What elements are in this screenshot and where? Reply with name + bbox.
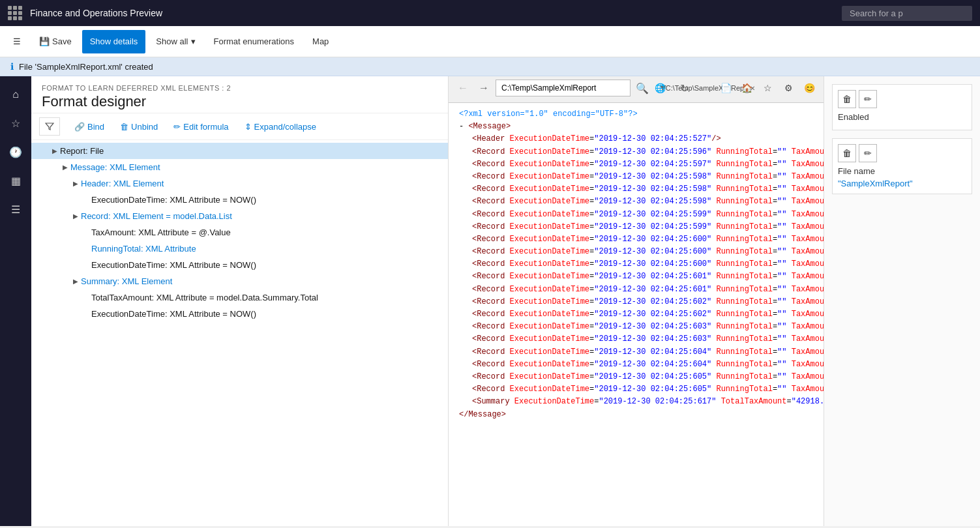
- xml-record-2: <Record ExecutionDateTime="2019-12-30 02…: [459, 158, 813, 171]
- xml-message-close: </Message>: [459, 409, 813, 421]
- xml-record-1: <Record ExecutionDateTime="2019-12-30 02…: [459, 146, 813, 158]
- tree-arrow: [81, 261, 91, 269]
- forward-button[interactable]: →: [475, 79, 493, 97]
- settings-button[interactable]: ⚙: [779, 79, 797, 97]
- tree-label: ExecutionDateTime: XML Attribute = NOW(): [91, 309, 256, 319]
- prop-actions-enabled: 🗑 ✏: [838, 90, 966, 108]
- property-filename: 🗑 ✏ File name "SampleXmlReport": [832, 138, 972, 194]
- nav-workspace-icon[interactable]: ▦: [3, 168, 29, 194]
- back-button[interactable]: ←: [454, 79, 472, 97]
- home-button[interactable]: 🏠: [737, 79, 756, 97]
- xml-panel: ← → 🔍 ▼ ↻ 🌐 C:\Temp\SampleXmlRep... ✕ 📄 …: [449, 76, 824, 526]
- bind-button[interactable]: 🔗 Bind: [70, 119, 108, 134]
- tree-item-record[interactable]: ▶ Record: XML Element = model.Data.List: [31, 208, 448, 224]
- search-icon[interactable]: 🔍: [633, 79, 651, 97]
- tree-label: TotalTaxAmount: XML Attribute = model.Da…: [91, 293, 318, 302]
- property-enabled: 🗑 ✏ Enabled: [832, 84, 972, 130]
- browser-toolbar: 🌐 C:\Temp\SampleXmlRep... ✕ 📄 🏠 ☆ ⚙ 😊: [696, 79, 818, 97]
- map-button[interactable]: Map: [304, 30, 336, 53]
- delete-enabled-button[interactable]: 🗑: [838, 90, 856, 108]
- show-all-button[interactable]: Show all ▾: [148, 30, 203, 53]
- filter-icon[interactable]: [39, 117, 60, 136]
- hamburger-icon: ☰: [13, 37, 21, 46]
- favorites-button[interactable]: ☆: [758, 79, 777, 97]
- tree-item-execdt-summary[interactable]: ExecutionDateTime: XML Attribute = NOW(): [31, 306, 448, 322]
- tree-label: Message: XML Element: [70, 162, 160, 172]
- tree-label: TaxAmount: XML Attribute = @.Value: [91, 227, 231, 237]
- xml-record-9: <Record ExecutionDateTime="2019-12-30 02…: [459, 246, 813, 258]
- xml-header: <Header ExecutionDateTime="2019-12-30 02…: [459, 133, 813, 145]
- browser-chrome: ← → 🔍 ▼ ↻ 🌐 C:\Temp\SampleXmlRep... ✕ 📄 …: [449, 76, 824, 103]
- tree-arrow: [81, 294, 91, 301]
- bind-icon: 🔗: [74, 122, 85, 132]
- chevron-down-icon: ▾: [191, 37, 196, 46]
- xml-record-5: <Record ExecutionDateTime="2019-12-30 02…: [459, 196, 813, 208]
- unbind-icon: 🗑: [120, 122, 128, 132]
- main-layout: ⌂ ☆ 🕐 ▦ ☰ FORMAT TO LEARN DEFERRED XML E…: [0, 76, 980, 526]
- tree-arrow: ▶: [70, 213, 81, 220]
- browser-tab2[interactable]: 🌐 C:\Temp\SampleXmlRep... ✕: [696, 79, 714, 97]
- xml-content: <?xml version="1.0" encoding="UTF-8"?> -…: [449, 103, 824, 526]
- tree-arrow: [81, 310, 91, 317]
- tree-item-totaltaxamount[interactable]: TotalTaxAmount: XML Attribute = model.Da…: [31, 289, 448, 306]
- xml-record-11: <Record ExecutionDateTime="2019-12-30 02…: [459, 271, 813, 283]
- xml-record-14: <Record ExecutionDateTime="2019-12-30 02…: [459, 308, 813, 321]
- tree-item-summary[interactable]: ▶ Summary: XML Element: [31, 273, 448, 289]
- edit-formula-button[interactable]: ✏ Edit formula: [170, 119, 232, 134]
- xml-record-15: <Record ExecutionDateTime="2019-12-30 02…: [459, 321, 813, 333]
- notification-bar: ℹ File 'SampleXmlReport.xml' created: [0, 57, 980, 76]
- tree-item-execdt-record[interactable]: ExecutionDateTime: XML Attribute = NOW(): [31, 257, 448, 273]
- smiley-button[interactable]: 😊: [800, 79, 818, 97]
- address-bar[interactable]: [496, 80, 631, 96]
- panel-subtitle: FORMAT TO LEARN DEFERRED XML ELEMENTS : …: [42, 84, 438, 92]
- expand-collapse-button[interactable]: ⇕ Expand/collapse: [241, 119, 320, 134]
- format-enumerations-button[interactable]: Format enumerations: [206, 30, 303, 53]
- format-tree: ▶ Report: File ▶ Message: XML Element ▶ …: [31, 140, 448, 526]
- designer-panel: FORMAT TO LEARN DEFERRED XML ELEMENTS : …: [31, 76, 449, 526]
- edit-filename-button[interactable]: ✏: [859, 144, 877, 162]
- browser-nav: ← → 🔍 ▼ ↻ 🌐 C:\Temp\SampleXmlRep... ✕ 📄 …: [454, 79, 818, 97]
- nav-list-icon[interactable]: ☰: [3, 196, 29, 222]
- xml-record-16: <Record ExecutionDateTime="2019-12-30 02…: [459, 333, 813, 345]
- tree-arrow: [81, 229, 91, 236]
- save-button[interactable]: 💾 Save: [31, 30, 80, 53]
- global-search-input[interactable]: [842, 6, 972, 21]
- show-details-button[interactable]: Show details: [82, 30, 146, 53]
- filename-label: File name: [838, 166, 966, 176]
- ie-icon: 🌐: [655, 83, 666, 93]
- xml-record-7: <Record ExecutionDateTime="2019-12-30 02…: [459, 221, 813, 233]
- filename-value: "SampleXmlReport": [838, 179, 966, 188]
- xml-record-20: <Record ExecutionDateTime="2019-12-30 02…: [459, 383, 813, 396]
- xml-record-8: <Record ExecutionDateTime="2019-12-30 02…: [459, 233, 813, 246]
- delete-filename-button[interactable]: 🗑: [838, 144, 856, 162]
- tree-arrow: [81, 196, 91, 203]
- menu-button[interactable]: ☰: [5, 30, 29, 53]
- tree-item-execdt-header[interactable]: ExecutionDateTime: XML Attribute = NOW(): [31, 192, 448, 208]
- xml-message-open: - <Message>: [459, 121, 813, 133]
- tree-item-message[interactable]: ▶ Message: XML Element: [31, 159, 448, 175]
- tree-item-report[interactable]: ▶ Report: File: [31, 143, 448, 159]
- xml-record-12: <Record ExecutionDateTime="2019-12-30 02…: [459, 284, 813, 296]
- enabled-label: Enabled: [838, 112, 966, 122]
- panel-header: FORMAT TO LEARN DEFERRED XML ELEMENTS : …: [31, 76, 448, 113]
- tree-label: Header: XML Element: [81, 179, 164, 188]
- edit-enabled-button[interactable]: ✏: [859, 90, 877, 108]
- property-panel: 🗑 ✏ Enabled 🗑 ✏ File name "SampleXmlRepo…: [824, 76, 980, 526]
- unbind-button[interactable]: 🗑 Unbind: [116, 119, 162, 134]
- xml-record-10: <Record ExecutionDateTime="2019-12-30 02…: [459, 258, 813, 271]
- tree-arrow: ▶: [50, 147, 60, 154]
- nav-home-icon[interactable]: ⌂: [3, 81, 29, 108]
- tree-label: RunningTotal: XML Attribute: [91, 244, 196, 254]
- tree-label: ExecutionDateTime: XML Attribute = NOW(): [91, 260, 256, 270]
- tree-item-header[interactable]: ▶ Header: XML Element: [31, 175, 448, 192]
- new-tab-button[interactable]: 📄: [717, 79, 735, 97]
- tree-item-runningtotal[interactable]: RunningTotal: XML Attribute: [31, 241, 448, 257]
- save-icon: 💾: [39, 37, 50, 46]
- nav-recent-icon[interactable]: 🕐: [3, 139, 29, 165]
- tree-item-taxamount[interactable]: TaxAmount: XML Attribute = @.Value: [31, 224, 448, 241]
- app-title: Finance and Operations Preview: [30, 8, 834, 18]
- panel-toolbar: 🔗 Bind 🗑 Unbind ✏ Edit formula ⇕ Expand/…: [31, 113, 448, 140]
- nav-star-icon[interactable]: ☆: [3, 110, 29, 136]
- panel-title: Format designer: [42, 93, 438, 110]
- app-grid-icon: [8, 6, 22, 20]
